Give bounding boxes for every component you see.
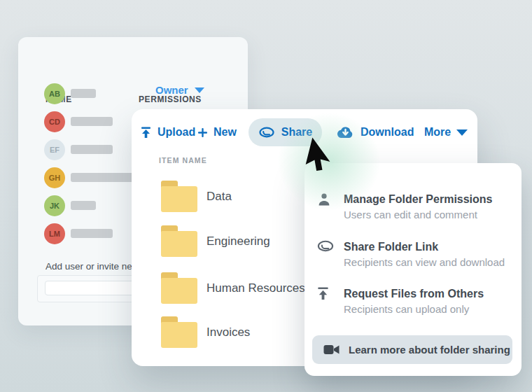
menu-item-title: Request Files from Others — [344, 286, 484, 302]
name-placeholder-bar — [71, 89, 96, 98]
add-user-label: Add user or invite new — [46, 261, 139, 272]
avatar: LM — [44, 223, 65, 244]
menu-item-title: Share Folder Link — [344, 239, 505, 255]
name-placeholder-bar — [71, 145, 113, 154]
menu-item-subtitle: Users can edit and comment — [344, 207, 493, 223]
name-placeholder-bar — [71, 201, 96, 210]
user-row: AB — [18, 80, 248, 108]
folder-name: Engineering — [206, 234, 270, 248]
menu-item-subtitle: Recipients can upload only — [344, 302, 484, 317]
folder-row-invoices[interactable]: Invoices — [161, 316, 250, 348]
name-placeholder-bar — [71, 229, 113, 238]
video-camera-icon — [323, 344, 340, 356]
download-label: Download — [360, 126, 414, 139]
avatar: AB — [44, 83, 65, 104]
person-icon — [316, 192, 335, 223]
folder-row-data[interactable]: Data — [161, 181, 232, 212]
plus-icon — [197, 127, 208, 138]
menu-item-manage-permissions[interactable]: Manage Folder Permissions Users can edit… — [316, 192, 514, 223]
folder-icon — [161, 181, 197, 212]
new-button[interactable]: New — [197, 120, 237, 144]
more-label: More — [424, 126, 451, 139]
avatar: JK — [44, 195, 65, 216]
share-menu: Manage Folder Permissions Users can edit… — [304, 163, 522, 376]
share-button[interactable]: Share — [248, 118, 322, 146]
folder-icon — [161, 272, 197, 304]
folder-name: Human Resources — [206, 281, 305, 295]
learn-more-label: Learn more about folder sharing — [349, 344, 510, 356]
folder-row-human-resources[interactable]: Human Resources — [161, 272, 305, 304]
chevron-down-icon — [456, 130, 468, 136]
avatar: CD — [44, 111, 65, 132]
folder-name: Invoices — [206, 326, 250, 340]
share-link-icon — [258, 127, 275, 138]
name-placeholder-bar — [71, 117, 113, 126]
more-button[interactable]: More — [424, 120, 468, 144]
menu-item-subtitle: Recipients can view and download — [344, 255, 505, 270]
request-upload-icon — [316, 286, 335, 317]
menu-item-title: Manage Folder Permissions — [344, 192, 493, 207]
link-icon — [316, 239, 335, 270]
folder-icon — [161, 225, 197, 257]
page: NAME PERMISSIONS Owner AB CD EF GH JK LM — [0, 0, 532, 392]
upload-label: Upload — [158, 126, 195, 139]
avatar: EF — [44, 139, 65, 160]
upload-button[interactable]: Upload — [140, 120, 195, 144]
folder-row-engineering[interactable]: Engineering — [161, 225, 270, 257]
share-label: Share — [281, 126, 312, 139]
menu-item-request-files[interactable]: Request Files from Others Recipients can… — [316, 286, 514, 317]
download-cloud-icon — [336, 125, 355, 139]
upload-icon — [140, 127, 152, 139]
item-name-column-header: ITEM NAME — [159, 156, 207, 164]
avatar: GH — [44, 167, 65, 188]
folder-name: Data — [206, 190, 232, 204]
menu-item-share-link[interactable]: Share Folder Link Recipients can view an… — [316, 239, 514, 270]
new-label: New — [214, 126, 237, 139]
folder-icon — [161, 316, 197, 348]
learn-more-button[interactable]: Learn more about folder sharing — [312, 335, 512, 364]
download-button[interactable]: Download — [336, 120, 414, 144]
